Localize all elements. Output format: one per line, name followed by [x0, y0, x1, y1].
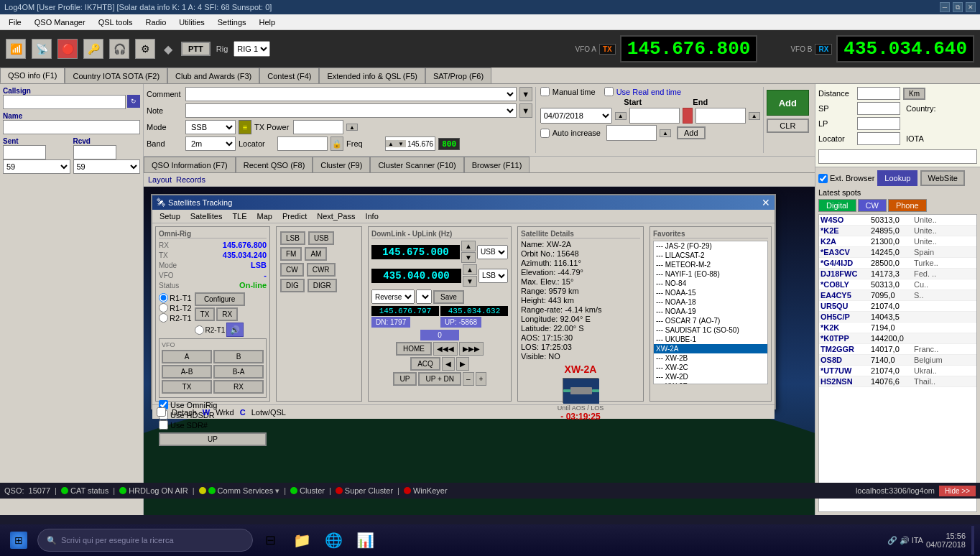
menu-radio[interactable]: Radio: [140, 17, 172, 28]
detach-checkbox[interactable]: [157, 407, 166, 417]
fav-jas2[interactable]: --- JAS-2 (FO-29): [654, 241, 767, 251]
vfo-ba-btn[interactable]: B-A: [213, 365, 264, 379]
comment-input[interactable]: [185, 87, 517, 101]
locator-sidebar-input[interactable]: [857, 132, 900, 145]
mode-extra-btn[interactable]: ≡: [239, 120, 251, 134]
sat-menu-map[interactable]: Map: [253, 211, 277, 221]
name-input[interactable]: [3, 120, 140, 134]
cwr-btn[interactable]: CWR: [307, 263, 336, 277]
r1t1-radio[interactable]: [159, 293, 168, 302]
sent-input[interactable]: 59: [3, 145, 46, 159]
tab-digital[interactable]: Digital: [818, 199, 856, 212]
acq-btn[interactable]: ACQ: [410, 357, 440, 371]
r2t1-radio[interactable]: [159, 313, 168, 323]
spot-row[interactable]: W4SO50313,0Unite..: [819, 215, 976, 226]
fm-btn[interactable]: FM: [280, 247, 302, 261]
headphone-icon[interactable]: 🎧: [109, 39, 129, 59]
vfo-a-freq[interactable]: 145.676.800: [620, 35, 758, 62]
spot-row[interactable]: *K2K7194,0: [819, 323, 976, 333]
tab-extended-info[interactable]: Extended info & QSL (F5): [319, 68, 425, 83]
sat-menu-info[interactable]: Info: [361, 211, 382, 221]
km-button[interactable]: Km: [903, 88, 925, 100]
menu-settings[interactable]: Settings: [212, 17, 252, 28]
layout-item[interactable]: Layout: [148, 175, 172, 184]
fav-xw2b[interactable]: --- XW-2B: [654, 353, 767, 363]
tab-cw[interactable]: CW: [858, 199, 887, 212]
ul-up-arrow[interactable]: ▲: [463, 264, 477, 275]
menu-qsl-tools[interactable]: QSL tools: [93, 17, 139, 28]
taskbar-app[interactable]: 📊: [351, 526, 379, 555]
date-select[interactable]: 04/07/2018: [540, 108, 612, 124]
sat-menu-setup[interactable]: Setup: [155, 211, 185, 221]
manual-time-checkbox[interactable]: [540, 87, 550, 96]
spot-row[interactable]: HS2NSN14076,6Thail..: [819, 376, 976, 387]
spot-row[interactable]: TM2GGR14017,0Franc..: [819, 344, 976, 355]
taskbar-explorer[interactable]: 📁: [287, 526, 316, 555]
tab-club-awards[interactable]: Club and Awards (F3): [167, 68, 259, 83]
dl-mode-select[interactable]: USB: [477, 245, 508, 259]
callsign-input[interactable]: [3, 95, 126, 109]
r-extra-radio[interactable]: [195, 325, 204, 335]
home-btn[interactable]: HOME: [396, 342, 432, 356]
vfo-tx-sub-btn[interactable]: TX: [162, 380, 212, 394]
timer-input[interactable]: 00:00:20: [606, 125, 657, 141]
rcvd-input[interactable]: 59: [73, 145, 116, 159]
close-button[interactable]: ✕: [966, 2, 976, 12]
tx-button[interactable]: TX: [195, 307, 216, 321]
sat-close-btn[interactable]: ✕: [762, 197, 770, 208]
tab-country-iota[interactable]: Country IOTA SOTA (F2): [65, 68, 167, 83]
fav-xw2d[interactable]: --- XW-2D: [654, 372, 767, 381]
lp-input[interactable]: [857, 117, 900, 130]
acq-next[interactable]: ▶: [456, 357, 469, 371]
tab-cluster[interactable]: Cluster (F9): [313, 157, 370, 172]
dig-btn[interactable]: DIG: [280, 279, 305, 292]
notification-panel[interactable]: [971, 526, 974, 555]
home-left[interactable]: ◀◀◀: [433, 342, 458, 356]
txpower-up[interactable]: ▲: [346, 124, 358, 131]
spot-row[interactable]: EA4CY57095,0S..: [819, 290, 976, 301]
sent-select[interactable]: 59: [3, 159, 70, 174]
distance-input[interactable]: 0: [857, 87, 900, 100]
tab-cluster-scanner[interactable]: Cluster Scanner (F10): [370, 157, 463, 172]
add-qso-button[interactable]: Add: [767, 90, 809, 116]
restore-button[interactable]: ⧉: [953, 2, 963, 12]
up-dl-btn[interactable]: UP: [393, 372, 417, 386]
tab-qso-info[interactable]: QSO info (F1): [0, 68, 65, 83]
dl-down-arrow[interactable]: ▼: [461, 252, 476, 263]
lookup-button[interactable]: Lookup: [877, 170, 917, 186]
sat-menu-nextpass[interactable]: Next_Pass: [313, 211, 359, 221]
wifi-icon[interactable]: 📶: [6, 39, 26, 59]
reverse-select[interactable]: Reverse: [371, 289, 415, 304]
acq-prev[interactable]: ◀: [442, 357, 455, 371]
fav-ukube1[interactable]: --- UKUBE-1: [654, 335, 767, 344]
fav-saudisat[interactable]: --- SAUDISAT 1C (SO-50): [654, 325, 767, 335]
auto-increase-checkbox[interactable]: [540, 129, 550, 138]
cw-btn[interactable]: CW: [280, 263, 304, 277]
fav-noaa18[interactable]: --- NOAA-18: [654, 297, 767, 307]
fav-oscar7[interactable]: --- OSCAR 7 (AO-7): [654, 316, 767, 325]
fav-noaa19[interactable]: --- NOAA-19: [654, 307, 767, 316]
spot-row[interactable]: *G4/4IJD28500,0Turke..: [819, 258, 976, 269]
note-btn[interactable]: ▼: [519, 103, 532, 118]
timer-up[interactable]: ▲: [660, 129, 671, 137]
fav-noaa15[interactable]: --- NOAA-15: [654, 288, 767, 297]
sp-input[interactable]: [857, 102, 900, 115]
fav-xw2c[interactable]: --- XW-2C: [654, 363, 767, 372]
note-input[interactable]: [185, 103, 517, 118]
spot-row[interactable]: *CO8LY50313,0Cu..: [819, 279, 976, 290]
spot-row[interactable]: DJ18FWC14173,3Fed. ..: [819, 269, 976, 279]
website-button[interactable]: WebSite: [920, 170, 964, 186]
hide-btn[interactable]: Hide >>: [939, 486, 976, 496]
updn-btn[interactable]: UP + DN: [418, 372, 461, 386]
spot-row[interactable]: *K0TPP144200,0: [819, 333, 976, 344]
key-icon[interactable]: 🔑: [83, 39, 103, 59]
tab-recent-qso[interactable]: Recent QSO (F8): [236, 157, 313, 172]
fav-no84[interactable]: --- NO-84: [654, 279, 767, 288]
taskbar-taskview[interactable]: ⊟: [256, 526, 285, 555]
r1t2-radio[interactable]: [159, 303, 168, 312]
date-up[interactable]: ▲: [615, 112, 627, 120]
save-sat-btn[interactable]: Save: [433, 290, 464, 304]
freq-down[interactable]: ▼: [396, 140, 406, 147]
fav-meteor[interactable]: --- METEOR-M-2: [654, 260, 767, 269]
antenna-icon[interactable]: 📡: [32, 39, 52, 59]
